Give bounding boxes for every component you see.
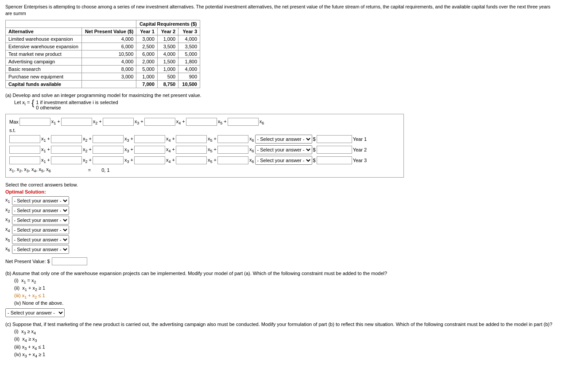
c3-x6-input[interactable]: [217, 156, 248, 164]
max-x6-input[interactable]: [228, 118, 259, 126]
x1-label: x1: [5, 197, 10, 204]
c2-x3-input[interactable]: [93, 146, 124, 154]
x4-select[interactable]: - Select your answer - 0 1: [12, 225, 69, 234]
col-y2: Year 2: [157, 28, 178, 35]
table-row: Extensive warehouse expansion 6,000 2,50…: [6, 43, 200, 50]
x2-label: x2: [5, 207, 10, 213]
col-y3: Year 3: [178, 28, 200, 35]
model-box: Max x1 + x2 + x3 + x4 + x5 + x6 s.t. x1 …: [5, 114, 404, 177]
part-b-option-iii: (iii) x1 + x2 ≤ 1: [14, 293, 557, 299]
st-label: s.t.: [9, 128, 400, 133]
table-row: Purchase new equipment 3,000 1,000 500 9…: [6, 73, 200, 81]
def-line2: 0 otherwise: [36, 105, 118, 110]
answer-row-x2: x2 - Select your answer - 0 1: [5, 206, 557, 215]
part-b-select-wrapper: - Select your answer - (i) x1 = x2 (ii) …: [5, 308, 557, 317]
optimal-label: Optimal Solution:: [5, 189, 557, 194]
part-b-select[interactable]: - Select your answer - (i) x1 = x2 (ii) …: [5, 308, 65, 317]
def-line1: 1 if investment alternative i is selecte…: [36, 100, 118, 105]
x6-label: x6: [5, 246, 10, 252]
c2-rhs-input[interactable]: [317, 146, 352, 154]
part-c-option-ii: (ii) x4 ≥ x3: [14, 336, 557, 343]
year2-label: Year 2: [353, 147, 367, 152]
answer-grid: x1 - Select your answer - 0 1 x2 - Selec…: [5, 196, 557, 254]
year3-label: Year 3: [353, 158, 367, 163]
x2-select[interactable]: - Select your answer - 0 1: [12, 206, 69, 215]
table-row: Advertising campaign 4,000 2,000 1,500 1…: [6, 58, 200, 66]
c2-select[interactable]: - Select your answer - ≤ ≥ =: [255, 145, 312, 154]
select-correct-label: Select the correct answers below.: [5, 182, 557, 187]
x5-label: x5: [5, 236, 10, 243]
year1-label: Year 1: [353, 136, 367, 142]
x5-select[interactable]: - Select your answer - 0 1: [12, 235, 69, 244]
part-c-option-i: (i) x3 ≥ x4: [14, 329, 557, 335]
constraint-year2: x1 + x2 + x3 + x4 + x5 + x6 - Select you…: [9, 145, 400, 154]
table-row: Limited warehouse expansion 4,000 3,000 …: [6, 35, 200, 43]
part-b-option-iv: (iv) None of the above.: [14, 300, 557, 306]
x6-select[interactable]: - Select your answer - 0 1: [12, 245, 69, 254]
c3-rhs-input[interactable]: [317, 156, 352, 164]
binary-vars: x1, x2, x3, x4, x5, x6: [9, 167, 51, 173]
x3-select[interactable]: - Select your answer - 0 1: [12, 216, 69, 225]
c2-x1-input[interactable]: [9, 146, 40, 154]
constraint-year1: x1 + x2 + x3 + x4 + x5 + x6 - Select you…: [9, 135, 400, 144]
part-c: (c) Suppose that, if test marketing of t…: [5, 322, 557, 358]
answer-row-x4: x4 - Select your answer - 0 1: [5, 225, 557, 234]
npv-row: Net Present Value: $: [5, 257, 557, 265]
c2-x5-input[interactable]: [176, 146, 207, 154]
c1-select[interactable]: - Select your answer - ≤ ≥ =: [255, 135, 312, 144]
table-row: Basic research 8,000 5,000 1,000 4,000: [6, 66, 200, 73]
c3-x4-input[interactable]: [134, 156, 165, 164]
c2-x2-input[interactable]: [51, 146, 82, 154]
part-a-label: (a) Develop and solve an integer program…: [5, 93, 557, 98]
c1-rhs-input[interactable]: [317, 135, 352, 143]
part-b-options: (i) x1 = x2 (ii) x1 + x2 ≥ 1 (iii) x1 + …: [14, 278, 557, 306]
c3-x5-input[interactable]: [176, 156, 207, 164]
c1-x1-input[interactable]: [9, 135, 40, 143]
part-c-option-iv: (iv) x3 + x4 ≥ 1: [14, 352, 557, 358]
part-b-label: (b) Assume that only one of the warehous…: [5, 271, 557, 276]
max-x4-input[interactable]: [144, 118, 175, 126]
answer-row-x6: x6 - Select your answer - 0 1: [5, 245, 557, 254]
c1-x2-input[interactable]: [51, 135, 82, 143]
c1-x5-input[interactable]: [176, 135, 207, 143]
answer-row-x1: x1 - Select your answer - 0 1: [5, 196, 557, 205]
max-x3-input[interactable]: [103, 118, 134, 126]
part-c-options: (i) x3 ≥ x4 (ii) x4 ≥ x3 (iii) x3 + x4 ≤…: [14, 329, 557, 358]
c3-x2-input[interactable]: [51, 156, 82, 164]
npv-label: Net Present Value: $: [5, 259, 50, 264]
c2-x6-input[interactable]: [217, 146, 248, 154]
part-c-label: (c) Suppose that, if test marketing of t…: [5, 322, 557, 327]
table-row: Test market new product 10,500 6,000 4,0…: [6, 50, 200, 58]
intro-text: Spencer Enterprises is attempting to cho…: [5, 4, 557, 16]
c3-select[interactable]: - Select your answer - ≤ ≥ =: [255, 156, 312, 165]
c3-x1-input[interactable]: [9, 156, 40, 164]
cap-header: Capital Requirements ($): [136, 20, 200, 28]
part-b-option-i: (i) x1 = x2: [14, 278, 557, 284]
part-b: (b) Assume that only one of the warehous…: [5, 271, 557, 318]
part-b-option-ii: (ii) x1 + x2 ≥ 1: [14, 285, 557, 292]
table-row-capital: Capital funds available 7,000 8,750 10,5…: [6, 81, 200, 88]
c1-x4-input[interactable]: [134, 135, 165, 143]
max-label: Max: [9, 119, 19, 124]
data-table: Capital Requirements ($) Alternative Net…: [5, 20, 200, 88]
col-y1: Year 1: [136, 28, 157, 35]
c1-x3-input[interactable]: [93, 135, 124, 143]
x4-label: x4: [5, 226, 10, 233]
npv-input[interactable]: [52, 257, 87, 265]
col-npv: Net Present Value ($): [82, 28, 136, 35]
x3-label: x3: [5, 217, 10, 223]
binary-row: x1, x2, x3, x4, x5, x6 = 0, 1: [9, 167, 400, 173]
max-x1-input[interactable]: [19, 118, 50, 126]
max-x2-input[interactable]: [61, 118, 92, 126]
constraint-year3: x1 + x2 + x3 + x4 + x5 + x6 - Select you…: [9, 156, 400, 165]
max-row: Max x1 + x2 + x3 + x4 + x5 + x6: [9, 118, 400, 126]
col-alternative: Alternative: [6, 28, 82, 35]
c2-x4-input[interactable]: [134, 146, 165, 154]
max-x5-input[interactable]: [186, 118, 217, 126]
answer-row-x3: x3 - Select your answer - 0 1: [5, 216, 557, 225]
x1-select[interactable]: - Select your answer - 0 1: [12, 196, 69, 205]
let-x-label: Let xi =: [14, 100, 30, 106]
c1-x6-input[interactable]: [217, 135, 248, 143]
c3-x3-input[interactable]: [93, 156, 124, 164]
part-c-option-iii: (iii) x3 + x4 ≤ 1: [14, 344, 557, 351]
